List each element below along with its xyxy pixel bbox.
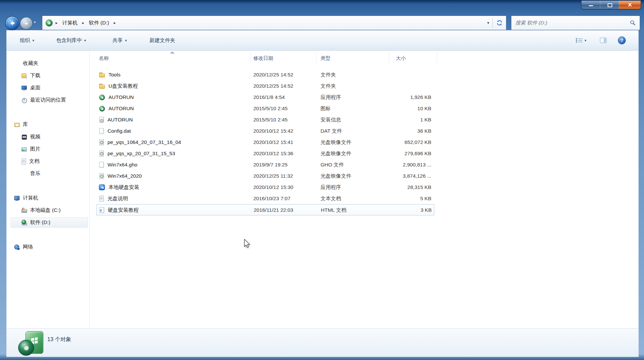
sidebar-item[interactable]: 下载	[7, 69, 89, 82]
sidebar-group-label: 库	[23, 121, 28, 128]
sidebar-item[interactable]: 视频	[7, 131, 89, 143]
sidebar-item[interactable]: 图片	[7, 143, 89, 155]
close-button[interactable]	[619, 1, 641, 9]
network-icon	[14, 244, 20, 250]
star-icon	[14, 61, 20, 67]
breadcrumb-arrow-icon: ▸	[111, 21, 118, 25]
file-row[interactable]: 硬盘安装教程 2016/11/21 22:03 HTML 文档 3 KB	[96, 204, 434, 215]
sidebar-group-items: 下载 桌面 最近访问的位置	[7, 69, 89, 106]
sidebar-item[interactable]: 文档	[7, 155, 89, 167]
file-name: AUTORUN	[107, 117, 133, 123]
file-size: 10 KB	[387, 103, 431, 114]
drive-c-icon	[21, 207, 27, 213]
toolbar-button[interactable]: 共享 ▾	[108, 33, 131, 48]
sidebar-item[interactable]: 桌面	[7, 82, 89, 94]
file-row[interactable]: AUTORUN 2016/1/8 4:54 应用程序 1,926 KB	[96, 92, 434, 103]
libraries-icon	[14, 122, 20, 128]
column-separator[interactable]	[437, 53, 437, 63]
toolbar-button[interactable]: 新建文件夹 ▾	[146, 33, 179, 48]
column-header-name[interactable]: 名称	[99, 55, 109, 62]
file-row[interactable]: Config.dat 2020/10/12 15:42 DAT 文件 36 KB	[96, 125, 434, 137]
toolbar-button[interactable]: 包含到库中 ▾	[52, 33, 90, 48]
documents-library-icon	[21, 158, 26, 164]
file-date-modified: 2020/10/12 15:41	[253, 137, 316, 148]
sidebar-item[interactable]: 最近访问的位置	[7, 94, 89, 106]
file-row[interactable]: Tools 2020/12/25 14:52 文件夹	[96, 69, 434, 80]
download-folder-icon	[21, 73, 27, 79]
column-separator[interactable]	[250, 53, 250, 63]
music-library-icon	[21, 171, 27, 177]
file-row[interactable]: 光盘说明 2016/10/23 7:07 文本文档 5 KB	[96, 193, 434, 204]
maximize-button[interactable]	[600, 1, 619, 9]
file-size: 279,696 KB	[387, 148, 431, 159]
sidebar-item[interactable]: 软件 (D:)	[7, 216, 89, 229]
breadcrumb: ▸ 计算机 ▸ 软件 (D:) ▸	[42, 16, 484, 30]
file-date-modified: 2016/10/23 7:07	[253, 193, 316, 204]
file-row[interactable]: Win7x64.gho 2019/9/7 19:25 GHO 文件 2,900,…	[96, 159, 434, 170]
file-date-modified: 2020/10/12 15:30	[253, 182, 316, 193]
file-row[interactable]: U盘安装教程 2020/12/25 14:52 文件夹	[96, 80, 434, 92]
help-button[interactable]: ?	[617, 35, 627, 46]
file-name: pe_yqs_xp_20_07_31_15_53	[107, 151, 175, 157]
sidebar-group-header[interactable]: 网络	[7, 241, 89, 253]
address-bar[interactable]: ▸ 计算机 ▸ 软件 (D:) ▸ ▾	[42, 16, 506, 30]
file-type: 文件夹	[321, 69, 385, 80]
file-type: 光盘映像文件	[321, 148, 385, 159]
sidebar-item-label: 图片	[30, 146, 40, 153]
file-row[interactable]: 本地硬盘安装 2020/10/12 15:30 应用程序 28,315 KB	[96, 182, 434, 193]
file-name: 本地硬盘安装	[108, 184, 139, 191]
file-date-modified: 2020/10/12 15:42	[253, 125, 316, 137]
file-blank-icon	[99, 128, 104, 134]
column-separator[interactable]	[316, 53, 317, 63]
address-dropdown-icon[interactable]: ▾	[484, 21, 493, 25]
refresh-button[interactable]	[493, 16, 506, 30]
breadcrumb-item-label[interactable]: 软件 (D:)	[87, 20, 111, 26]
window-body: 组织 ▾ 包含到库中 ▾ 共享 ▾ 新建文件夹	[7, 30, 638, 357]
sidebar-item[interactable]: 音乐	[7, 167, 89, 180]
navigation-pane: 收藏夹 下载	[7, 51, 89, 328]
toolbar-button-label: 组织	[20, 37, 30, 44]
sidebar-group-items: 本地磁盘 (C:) 软件 (D:)	[7, 204, 89, 229]
refresh-icon	[496, 19, 503, 26]
sidebar-group-header[interactable]: 库	[7, 118, 89, 131]
sidebar-group: 收藏夹 下载	[7, 57, 89, 106]
sidebar-group-header[interactable]: 收藏夹	[7, 57, 89, 69]
toolbar-button[interactable]: 组织 ▾	[16, 33, 38, 48]
sidebar-item-label: 最近访问的位置	[30, 97, 66, 104]
search-input[interactable]	[511, 20, 626, 26]
file-row[interactable]: pe_yqs_1064_20_07_31_16_04 2020/10/12 15…	[96, 137, 434, 148]
close-icon	[627, 2, 632, 7]
folder-icon	[99, 72, 105, 78]
file-size: 3 KB	[388, 204, 432, 216]
sidebar-item-label: 视频	[30, 133, 40, 140]
file-row[interactable]: pe_yqs_xp_20_07_31_15_53 2020/10/12 15:3…	[96, 148, 434, 159]
breadcrumb-item-label[interactable]: 计算机	[60, 20, 80, 26]
video-library-icon	[21, 134, 27, 140]
file-size: 1 KB	[387, 114, 431, 125]
file-row[interactable]: AUTORUN 2015/5/10 2:45 图标 10 KB	[96, 103, 434, 114]
column-header-size[interactable]: 大小	[396, 55, 406, 62]
column-header-type[interactable]: 类型	[321, 55, 330, 62]
chevron-down-icon: ▾	[84, 38, 86, 43]
text-doc-icon	[99, 196, 104, 202]
column-header-row: 名称 修改日期 类型 大小	[90, 51, 638, 66]
minimize-button[interactable]	[581, 1, 600, 9]
sidebar-item-label: 音乐	[30, 170, 40, 177]
search-icon[interactable]	[626, 20, 640, 26]
file-row[interactable]: AUTORUN 2015/5/10 2:45 安装信息 1 KB	[96, 114, 434, 125]
forward-button[interactable]	[20, 17, 32, 29]
disc-icon	[18, 340, 34, 356]
column-header-date[interactable]: 修改日期	[253, 55, 273, 62]
column-separator[interactable]	[389, 53, 389, 63]
drive-d-icon	[21, 220, 27, 226]
sidebar-group-header[interactable]: 计算机	[7, 192, 89, 204]
back-button[interactable]	[5, 16, 19, 30]
change-view-button[interactable]: ▾	[574, 35, 589, 46]
explorer-window: ▾ ▸ 计算机 ▸ 软件 (D:) ▸ ▾	[0, 0, 644, 360]
file-row[interactable]: Win7x64_2020 2020/12/25 11:32 光盘映像文件 3,8…	[96, 170, 434, 182]
toolbar-button-label: 共享	[112, 37, 123, 44]
sidebar-group-label: 计算机	[23, 195, 38, 202]
sidebar-item[interactable]: 本地磁盘 (C:)	[7, 204, 89, 216]
preview-pane-button[interactable]	[597, 35, 609, 46]
recent-pages-dropdown[interactable]: ▾	[34, 20, 36, 24]
